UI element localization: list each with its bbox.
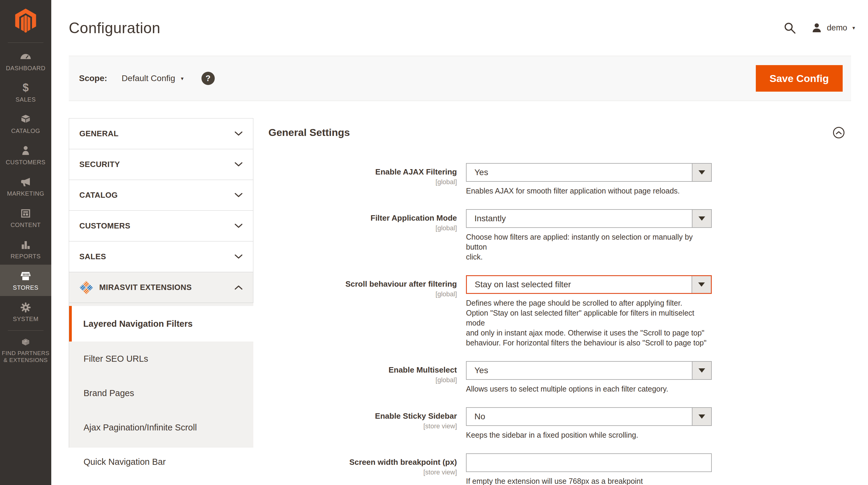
field-label: Scroll behaviour after filtering [269, 280, 457, 289]
chevron-down-icon: ▼ [180, 76, 185, 81]
subnav-item-brand-pages[interactable]: Brand Pages [69, 376, 253, 410]
page-header: Configuration demo ▼ [51, 0, 868, 56]
field-screen-width-breakpoint: Screen width breakpoint (px) [store view… [269, 453, 844, 485]
config-subnav: Layered Navigation Filters Filter SEO UR… [69, 303, 253, 448]
search-icon[interactable] [783, 21, 797, 35]
field-scope-hint: [global] [269, 290, 457, 298]
field-comment: Keeps the sidebar in a fixed position wh… [466, 430, 712, 440]
user-name: demo [827, 23, 847, 33]
scope-help-icon[interactable]: ? [202, 72, 215, 85]
chevron-down-icon [234, 254, 243, 259]
chevron-down-icon [234, 131, 243, 136]
field-comment: Enables AJAX for smooth filter applicati… [466, 186, 712, 196]
sidebar-item-sales[interactable]: $ SALES [0, 76, 51, 108]
sidebar-item-customers[interactable]: CUSTOMERS [0, 139, 51, 171]
subnav-item-ajax-pagination-infinite-scroll[interactable]: Ajax Pagination/Infinite Scroll [69, 410, 253, 445]
config-section-security[interactable]: SECURITY [69, 149, 253, 180]
chevron-down-icon [234, 193, 243, 198]
select-arrow-icon [692, 164, 711, 181]
find-partners-icon [20, 335, 32, 348]
config-section-mirasvit-extensions[interactable]: MIRASVIT EXTENSIONS [69, 272, 253, 303]
magento-logo[interactable] [0, 0, 51, 45]
field-enable-sticky-sidebar: Enable Sticky Sidebar [store view] No Ke… [269, 407, 844, 440]
customers-icon [20, 144, 32, 157]
field-label: Enable AJAX Filtering [269, 167, 457, 176]
marketing-icon [20, 176, 32, 188]
field-scroll-behaviour-after-filtering: Scroll behaviour after filtering [global… [269, 275, 844, 348]
sidebar-item-reports[interactable]: REPORTS [0, 233, 51, 265]
field-comment: Choose how filters are applied: instantl… [466, 232, 712, 262]
select-arrow-icon [692, 210, 711, 227]
mirasvit-icon [79, 281, 93, 294]
sidebar-divider [8, 330, 43, 331]
filter-application-mode-select[interactable]: Instantly [466, 209, 712, 228]
field-label: Enable Sticky Sidebar [269, 412, 457, 421]
user-icon [811, 22, 823, 34]
chevron-down-icon: ▼ [851, 26, 856, 30]
subnav-item-filter-seo-urls[interactable]: Filter SEO URLs [69, 342, 253, 376]
field-enable-ajax-filtering: Enable AJAX Filtering [global] Yes Enabl… [269, 163, 844, 196]
sidebar-item-system[interactable]: SYSTEM [0, 296, 51, 327]
config-nav: GENERAL SECURITY CATALOG CUSTOMERS SALES [69, 118, 253, 485]
field-scope-hint: [store view] [269, 422, 457, 430]
collapse-section-button[interactable] [833, 127, 844, 138]
sidebar-item-stores[interactable]: STORES [0, 265, 51, 296]
sidebar-item-dashboard[interactable]: DASHBOARD [0, 45, 51, 76]
system-icon [20, 301, 32, 314]
settings-panel: General Settings Enable AJAX Filtering [… [253, 118, 868, 485]
config-section-customers[interactable]: CUSTOMERS [69, 211, 253, 241]
sidebar-menu: DASHBOARD $ SALES CATALOG CUSTOMERS MARK… [0, 45, 51, 365]
subnav-item-quick-navigation-bar[interactable]: Quick Navigation Bar [69, 445, 253, 479]
subnav-item-layered-navigation-filters[interactable]: Layered Navigation Filters [69, 306, 253, 342]
field-scope-hint: [global] [269, 376, 457, 384]
user-menu[interactable]: demo ▼ [811, 22, 856, 34]
field-scope-hint: [store view] [269, 468, 457, 476]
page-title: Configuration [69, 19, 783, 37]
sidebar-item-catalog[interactable]: CATALOG [0, 108, 51, 139]
field-scope-hint: [global] [269, 224, 457, 232]
chevron-up-icon [234, 285, 243, 290]
field-label: Filter Application Mode [269, 214, 457, 223]
content-icon [20, 207, 32, 220]
section-heading: General Settings [269, 127, 350, 138]
enable-sticky-sidebar-select[interactable]: No [466, 407, 712, 426]
svg-text:$: $ [23, 82, 29, 94]
config-section-sales[interactable]: SALES [69, 241, 253, 272]
sidebar-item-find-partners[interactable]: FIND PARTNERS & EXTENSIONS [0, 334, 51, 365]
field-comment: Defines where the page should be scrolle… [466, 298, 712, 348]
select-arrow-icon [691, 276, 711, 293]
dashboard-icon [20, 50, 32, 63]
field-comment: If empty the extension will use 768px as… [466, 476, 712, 485]
field-filter-application-mode: Filter Application Mode [global] Instant… [269, 209, 844, 262]
stores-icon [20, 270, 32, 283]
select-arrow-icon [692, 408, 711, 425]
chevron-down-icon [234, 223, 243, 228]
chevron-down-icon [234, 162, 243, 167]
field-scope-hint: [global] [269, 178, 457, 186]
save-config-button[interactable]: Save Config [756, 65, 843, 92]
chevron-up-icon [836, 131, 842, 134]
scope-bar: Scope: Default Config ▼ ? Save Config [69, 56, 851, 101]
field-label: Screen width breakpoint (px) [269, 458, 457, 467]
admin-sidebar: DASHBOARD $ SALES CATALOG CUSTOMERS MARK… [0, 0, 51, 485]
sidebar-item-content[interactable]: CONTENT [0, 202, 51, 233]
scope-value: Default Config [122, 73, 175, 83]
scope-switcher[interactable]: Default Config ▼ [122, 73, 184, 83]
sales-icon: $ [20, 82, 32, 94]
field-label: Enable Multiselect [269, 365, 457, 375]
scroll-behaviour-select[interactable]: Stay on last selected filter [466, 275, 712, 294]
config-section-catalog[interactable]: CATALOG [69, 180, 253, 211]
enable-multiselect-select[interactable]: Yes [466, 361, 712, 380]
config-section-general[interactable]: GENERAL [69, 118, 253, 149]
scope-label: Scope: [79, 73, 107, 83]
reports-icon [20, 238, 32, 251]
field-comment: Allows users to select multiple options … [466, 384, 712, 394]
field-enable-multiselect: Enable Multiselect [global] Yes Allows u… [269, 361, 844, 394]
catalog-icon [20, 113, 32, 126]
enable-ajax-filtering-select[interactable]: Yes [466, 163, 712, 182]
sidebar-item-marketing[interactable]: MARKETING [0, 171, 51, 202]
select-arrow-icon [692, 362, 711, 379]
screen-width-breakpoint-input[interactable] [466, 453, 712, 472]
magento-logo-icon [14, 8, 37, 33]
